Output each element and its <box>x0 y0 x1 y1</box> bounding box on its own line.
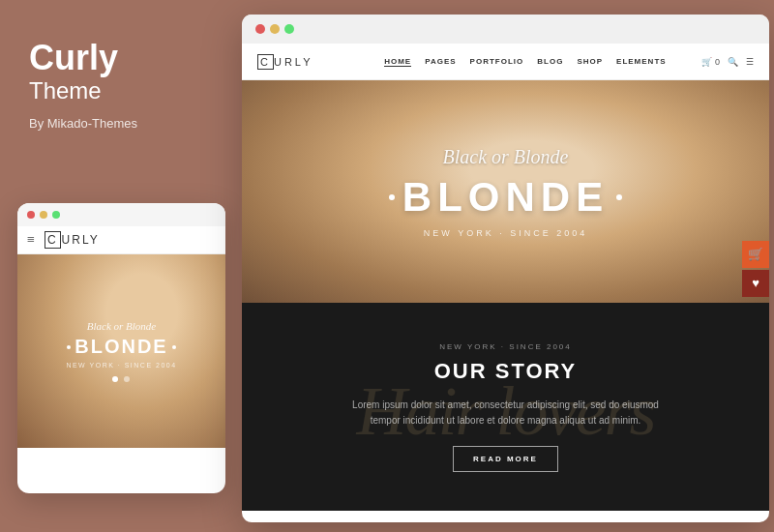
nav-shop[interactable]: SHOP <box>577 57 603 67</box>
desktop-blonde-dot-left <box>389 194 395 200</box>
desktop-logo-boxed: C <box>257 54 274 70</box>
dark-section-body: Lorem ipsum dolor sit amet, consectetur … <box>351 398 661 429</box>
mobile-slide-indicators <box>66 376 176 382</box>
mobile-blonde-row: BLONDE <box>66 336 176 358</box>
nav-portfolio[interactable]: PORTFOLIO <box>470 57 524 67</box>
nav-home[interactable]: HOME <box>384 57 411 67</box>
desktop-blonde-row: BLONDE <box>389 174 622 221</box>
nav-pages[interactable]: PAGES <box>425 57 456 67</box>
mobile-hero-subtitle: NEW YORK · SINCE 2004 <box>66 362 176 369</box>
desktop-dark-section: Hair lovers NEW YORK · SINCE 2004 OUR ST… <box>242 303 769 511</box>
cart-icon[interactable]: 🛒 0 <box>701 57 720 67</box>
mobile-indicator-2 <box>124 376 130 382</box>
desktop-blonde-dot-right <box>616 194 622 200</box>
desktop-hero-subtitle: NEW YORK · SINCE 2004 <box>424 228 587 238</box>
mobile-hero-script: Black or Blonde <box>66 320 176 332</box>
mobile-hamburger-icon: ≡ <box>27 232 35 248</box>
dark-section-title: OUR STORY <box>351 359 661 384</box>
desktop-nav: CURLY HOME PAGES PORTFOLIO BLOG SHOP ELE… <box>242 44 769 80</box>
nav-elements[interactable]: ELEMENTS <box>616 57 667 67</box>
desktop-dot-yellow <box>270 24 280 34</box>
desktop-hero-content: Black or Blonde BLONDE NEW YORK · SINCE … <box>242 80 769 303</box>
mobile-logo-boxed: C <box>45 231 61 249</box>
mobile-window-controls <box>17 203 225 226</box>
desktop-logo: CURLY <box>257 56 313 68</box>
desktop-window-controls <box>242 15 769 44</box>
mobile-hero-main: BLONDE <box>74 336 167 358</box>
desktop-dot-green <box>284 24 294 34</box>
mobile-blonde-dot-left <box>67 345 71 349</box>
desktop-hero-main: BLONDE <box>402 174 609 221</box>
desktop-dot-red <box>255 24 265 34</box>
desktop-nav-icons: 🛒 0 🔍 ☰ <box>701 57 754 67</box>
desktop-hero-script: Black or Blonde <box>443 146 569 168</box>
mobile-hero-content: Black or Blonde BLONDE NEW YORK · SINCE … <box>66 320 176 382</box>
desktop-hero: Black or Blonde BLONDE NEW YORK · SINCE … <box>242 80 769 303</box>
search-icon[interactable]: 🔍 <box>728 57 738 67</box>
mobile-preview-card: ≡ CURLY Black or Blonde BLONDE NEW YORK … <box>17 203 225 493</box>
mobile-dot-yellow <box>40 211 47 219</box>
mobile-logo: CURLY <box>45 233 100 247</box>
dark-section-content: NEW YORK · SINCE 2004 OUR STORY Lorem ip… <box>293 342 719 472</box>
mobile-dot-green <box>52 211 60 219</box>
dark-location-label: NEW YORK · SINCE 2004 <box>351 342 661 351</box>
menu-icon[interactable]: ☰ <box>746 57 754 67</box>
mobile-hero: Black or Blonde BLONDE NEW YORK · SINCE … <box>17 254 225 448</box>
brand-subtitle: Theme <box>29 77 213 104</box>
mobile-nav: ≡ CURLY <box>17 226 225 254</box>
brand-by: By Mikado-Themes <box>29 116 213 131</box>
read-more-button[interactable]: READ MORE <box>453 446 558 472</box>
desktop-nav-links: HOME PAGES PORTFOLIO BLOG SHOP ELEMENTS <box>384 57 666 67</box>
mobile-dot-red <box>27 211 35 219</box>
mobile-indicator-1 <box>112 376 118 382</box>
brand-title: Curly <box>29 39 213 77</box>
desktop-preview-card: CURLY HOME PAGES PORTFOLIO BLOG SHOP ELE… <box>242 15 769 522</box>
mobile-blonde-dot-right <box>172 345 176 349</box>
nav-blog[interactable]: BLOG <box>537 57 563 67</box>
